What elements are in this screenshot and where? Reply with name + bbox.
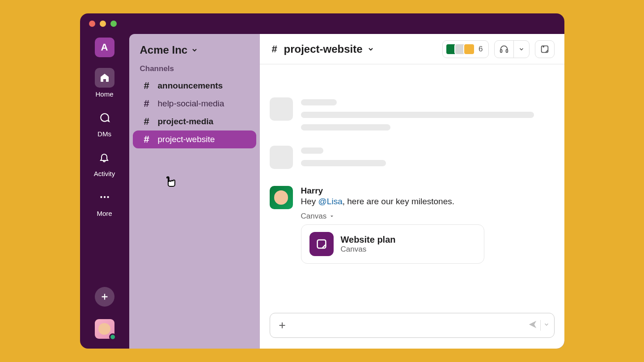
channel-label: project-media [158, 117, 214, 126]
channel-title-button[interactable]: # project-website [270, 43, 374, 55]
workspace-name-label: Acme Inc [140, 44, 188, 56]
attachment-subtitle: Canvas [341, 245, 396, 254]
app-window: A Home DMs Activity [80, 13, 564, 349]
attachment-type-dropdown[interactable]: Canvas [301, 212, 555, 221]
left-rail: A Home DMs Activity [80, 34, 129, 349]
rail-item-dms[interactable]: DMs [95, 108, 114, 138]
rail-label-activity: Activity [94, 170, 115, 177]
channel-label: project-website [158, 135, 215, 144]
hash-icon: # [142, 116, 152, 127]
hash-icon: # [142, 98, 152, 109]
hash-icon: # [142, 134, 152, 145]
message-row: Harry Hey @Lisa, here are our key milest… [270, 186, 555, 264]
message-text: Hey @Lisa, here are our key milestones. [301, 197, 555, 206]
workspace-badge-letter: A [101, 42, 108, 53]
message-composer[interactable] [270, 313, 555, 338]
user-mention[interactable]: @Lisa [318, 197, 343, 206]
skeleton-message [270, 97, 555, 130]
hash-icon: # [270, 43, 280, 55]
rail-label-home: Home [95, 90, 113, 98]
rail-item-more[interactable]: More [95, 187, 114, 217]
messages-area: Harry Hey @Lisa, here are our key milest… [260, 64, 564, 307]
channel-label: announcements [158, 81, 223, 91]
channel-item-help-social-media[interactable]: #help-social-media [133, 95, 256, 113]
pointer-cursor-icon [164, 176, 179, 193]
attachment-title: Website plan [341, 235, 396, 245]
dms-icon [95, 108, 114, 127]
window-zoom-icon[interactable] [110, 21, 117, 27]
app-body: A Home DMs Activity [80, 34, 564, 349]
svg-rect-4 [506, 49, 508, 52]
svg-point-0 [100, 196, 102, 198]
svg-rect-3 [500, 49, 502, 52]
activity-icon [94, 147, 114, 167]
channel-title-label: project-website [284, 43, 363, 55]
channel-item-announcements[interactable]: #announcements [133, 77, 256, 95]
rail-item-activity[interactable]: Activity [94, 147, 115, 177]
window-minimize-icon[interactable] [100, 21, 106, 27]
new-message-button[interactable] [95, 287, 114, 307]
canvas-icon [309, 232, 334, 256]
avatar-stack [445, 43, 475, 55]
caret-down-icon [329, 214, 335, 219]
svg-rect-6 [317, 240, 326, 248]
channel-label: help-social-media [158, 99, 225, 109]
headphones-icon [495, 41, 513, 58]
send-button[interactable] [528, 320, 538, 331]
composer-attach-button[interactable] [275, 318, 290, 333]
canvas-new-icon [540, 44, 550, 54]
channel-item-project-media[interactable]: #project-media [133, 113, 256, 130]
hash-icon: # [142, 80, 152, 92]
canvas-button[interactable] [535, 40, 555, 58]
channel-members-button[interactable]: 6 [442, 40, 488, 58]
window-titlebar [80, 13, 564, 34]
chevron-down-icon [513, 41, 529, 58]
channel-header: # project-website 6 [260, 34, 564, 64]
skeleton-message [270, 146, 555, 169]
presence-active-icon [109, 333, 116, 341]
member-count: 6 [479, 45, 483, 54]
rail-label-dms: DMs [97, 130, 111, 138]
rail-item-home[interactable]: Home [95, 68, 114, 98]
canvas-attachment-card[interactable]: Website plan Canvas [301, 224, 484, 264]
chevron-down-icon [191, 46, 198, 54]
author-avatar[interactable] [270, 186, 293, 209]
message-author[interactable]: Harry [301, 186, 555, 196]
workspace-switcher[interactable]: A [95, 38, 114, 57]
send-icon [528, 320, 538, 329]
self-avatar[interactable] [95, 319, 114, 339]
home-icon [95, 68, 114, 88]
main-area: # project-website 6 [260, 34, 564, 349]
chevron-down-icon [543, 321, 550, 328]
svg-point-2 [107, 196, 109, 198]
channel-item-project-website[interactable]: #project-website [133, 130, 256, 148]
workspace-menu[interactable]: Acme Inc [129, 40, 260, 64]
more-icon [95, 187, 114, 207]
section-label-channels: Channels [129, 64, 260, 77]
composer-area [260, 307, 564, 349]
send-options-button[interactable] [543, 321, 550, 329]
window-close-icon[interactable] [89, 21, 95, 27]
huddle-button[interactable] [494, 40, 530, 58]
rail-label-more: More [97, 210, 112, 217]
chevron-down-icon [367, 46, 374, 53]
svg-point-1 [103, 196, 105, 198]
channel-sidebar: Acme Inc Channels #announcements#help-so… [129, 34, 260, 349]
